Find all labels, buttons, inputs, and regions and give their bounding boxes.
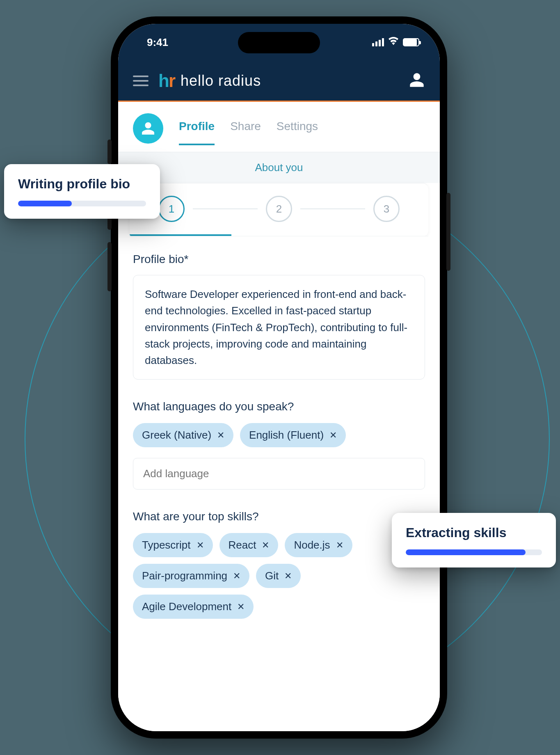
remove-icon[interactable]: ✕: [217, 430, 224, 441]
menu-icon[interactable]: [133, 76, 149, 86]
tab-share[interactable]: Share: [230, 120, 261, 145]
chip-label: Node.js: [294, 539, 330, 551]
chip-label: React: [229, 539, 256, 551]
remove-icon[interactable]: ✕: [336, 540, 343, 551]
skill-chip[interactable]: React✕: [219, 533, 279, 557]
status-bar: 9:41: [118, 24, 440, 61]
stepper-card: 1 2 3: [130, 183, 428, 236]
tab-bar: Profile Share Settings: [118, 102, 440, 152]
form-area: Profile bio* Software Developer experien…: [118, 236, 440, 731]
language-chips: Greek (Native)✕ English (Fluent)✕: [133, 423, 425, 447]
popup-writing-title: Writing profile bio: [18, 176, 146, 192]
skill-chips: Typescript✕ React✕ Node.js✕ Pair-program…: [133, 533, 425, 619]
step-connector: [300, 208, 365, 209]
tab-profile[interactable]: Profile: [179, 120, 215, 145]
remove-icon[interactable]: ✕: [237, 602, 245, 612]
bio-label: Profile bio*: [133, 253, 425, 266]
step-2[interactable]: 2: [266, 196, 292, 222]
step-3[interactable]: 3: [373, 196, 400, 222]
section-title: About you: [118, 152, 440, 183]
remove-icon[interactable]: ✕: [284, 571, 292, 581]
status-indicators: [372, 36, 419, 49]
popup-extracting-title: Extracting skills: [406, 525, 542, 540]
skill-chip[interactable]: Node.js✕: [285, 533, 352, 557]
chip-label: Agile Development: [142, 600, 231, 613]
app-logo[interactable]: hr hello radius: [158, 71, 261, 91]
chip-label: Pair-programming: [142, 570, 227, 582]
popup-writing-progress-fill: [18, 201, 72, 206]
user-icon[interactable]: [409, 72, 425, 90]
phone-screen: 9:41 hr hello radius: [118, 24, 440, 731]
remove-icon[interactable]: ✕: [233, 571, 240, 581]
battery-icon: [403, 38, 419, 46]
popup-writing-progress-track: [18, 201, 146, 206]
wifi-icon: [388, 36, 399, 49]
app-header: hr hello radius: [118, 61, 440, 102]
tab-settings[interactable]: Settings: [277, 120, 318, 145]
cellular-signal-icon: [372, 38, 384, 46]
logo-text: hello radius: [181, 72, 261, 89]
languages-label: What languages do you speak?: [133, 400, 425, 413]
bio-textarea[interactable]: Software Developer experienced in front-…: [133, 275, 425, 380]
remove-icon[interactable]: ✕: [262, 540, 269, 551]
logo-mark: hr: [158, 71, 175, 91]
phone-frame: 9:41 hr hello radius: [111, 16, 447, 739]
skill-chip[interactable]: Typescript✕: [133, 533, 213, 557]
step-connector: [193, 208, 258, 209]
skill-chip[interactable]: Pair-programming✕: [133, 564, 249, 588]
add-language-input[interactable]: [133, 458, 425, 490]
remove-icon[interactable]: ✕: [329, 430, 337, 441]
language-chip[interactable]: Greek (Native)✕: [133, 423, 233, 447]
chip-label: Greek (Native): [142, 429, 211, 442]
chip-label: Typescript: [142, 539, 191, 551]
skill-chip[interactable]: Git✕: [256, 564, 301, 588]
phone-volume-down: [107, 242, 112, 291]
popup-writing-bio: Writing profile bio: [4, 164, 160, 219]
popup-extracting-progress-fill: [406, 549, 526, 555]
chip-label: English (Fluent): [249, 429, 324, 442]
stepper: 1 2 3: [130, 183, 428, 234]
skill-chip[interactable]: Agile Development✕: [133, 595, 254, 619]
phone-power-button: [446, 193, 450, 271]
chip-label: Git: [265, 570, 279, 582]
step-1[interactable]: 1: [158, 196, 185, 222]
remove-icon[interactable]: ✕: [197, 540, 204, 551]
dynamic-island: [238, 32, 320, 53]
popup-extracting-skills: Extracting skills: [392, 513, 556, 567]
status-time: 9:41: [147, 36, 168, 49]
phone-side-button: [107, 140, 112, 164]
language-chip[interactable]: English (Fluent)✕: [240, 423, 346, 447]
popup-extracting-progress-track: [406, 549, 542, 555]
skills-label: What are your top skills?: [133, 510, 425, 523]
profile-avatar[interactable]: [133, 113, 163, 144]
